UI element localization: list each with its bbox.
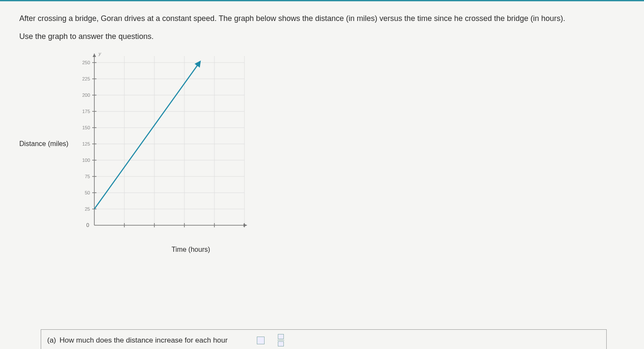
question-box: (a) How much does the distance increase … bbox=[41, 329, 607, 349]
svg-text:150: 150 bbox=[82, 125, 90, 130]
fraction-input-button[interactable] bbox=[277, 334, 284, 346]
svg-text:25: 25 bbox=[84, 206, 90, 212]
svg-text:225: 225 bbox=[82, 76, 90, 81]
answer-input-box[interactable] bbox=[257, 337, 265, 344]
chart: 2550751001251501752002252500y bbox=[73, 50, 253, 238]
instruction-text: Use the graph to answer the questions. bbox=[19, 32, 625, 41]
svg-text:100: 100 bbox=[82, 158, 90, 163]
svg-text:0: 0 bbox=[86, 222, 89, 228]
x-axis-label: Time (hours) bbox=[172, 246, 210, 253]
question-label: (a) bbox=[47, 336, 56, 345]
svg-text:y: y bbox=[98, 51, 102, 56]
svg-text:250: 250 bbox=[82, 60, 90, 65]
y-axis-label: Distance (miles) bbox=[19, 140, 69, 148]
svg-text:50: 50 bbox=[84, 190, 90, 195]
question-text: How much does the distance increase for … bbox=[60, 336, 228, 345]
problem-prompt: After crossing a bridge, Goran drives at… bbox=[19, 13, 625, 24]
svg-text:200: 200 bbox=[82, 92, 90, 98]
svg-text:125: 125 bbox=[82, 141, 90, 146]
svg-text:175: 175 bbox=[82, 109, 90, 114]
svg-text:75: 75 bbox=[84, 174, 90, 179]
